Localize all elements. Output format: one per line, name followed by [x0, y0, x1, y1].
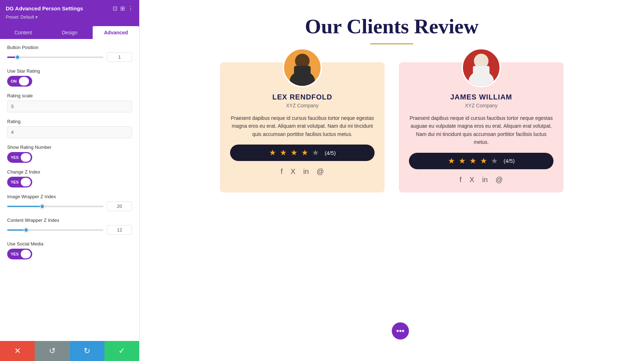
panel-title: DG Advanced Person Settings: [6, 5, 109, 11]
tab-content[interactable]: Content: [0, 26, 47, 39]
instagram-icon-1[interactable]: @: [317, 167, 324, 176]
preset-label[interactable]: Preset: Default ▾: [6, 15, 38, 23]
image-wrapper-z-index-group: Image Wrapper Z Index: [7, 194, 132, 211]
image-wrapper-z-index-label: Image Wrapper Z Index: [7, 194, 132, 199]
panel-body: Button Position Use Star Rating ON Ratin: [0, 39, 139, 341]
panel-header-icons: ⊡ ⊞ ⋮: [113, 5, 133, 12]
image-wrapper-z-index-fill: [7, 206, 43, 207]
use-star-rating-label: Use Star Rating: [7, 68, 132, 74]
content-wrapper-z-index-slider-row: [7, 225, 132, 235]
panel-header: DG Advanced Person Settings ⊡ ⊞ ⋮: [0, 0, 139, 15]
twitter-icon-2[interactable]: X: [469, 176, 474, 184]
image-wrapper-z-index-input[interactable]: [107, 201, 132, 211]
use-star-rating-toggle-row: ON: [7, 76, 132, 87]
star-1-4: ★: [301, 148, 308, 157]
reviewer-name-2: JAMES WILLIAM: [450, 93, 512, 101]
rating-input[interactable]: [7, 126, 132, 138]
reviewer-company-1: XYZ Company: [286, 103, 318, 108]
toggle-yes-label-3: YES: [11, 252, 19, 256]
content-wrapper-z-index-input[interactable]: [107, 225, 132, 235]
rating-scale-input[interactable]: [7, 101, 132, 112]
toggle-knob-4: [21, 250, 31, 258]
left-panel: DG Advanced Person Settings ⊡ ⊞ ⋮ Preset…: [0, 0, 140, 361]
show-rating-number-group: Show Rating Number YES: [7, 145, 132, 163]
tab-bar: Content Design Advanced: [0, 26, 139, 39]
toggle-knob-2: [21, 153, 31, 162]
reviewer-text-2: Praesent dapibus neque id cursus faucibu…: [409, 114, 553, 146]
undo-button[interactable]: ↺: [35, 341, 69, 361]
cards-row: LEX RENDFOLD XYZ Company Praesent dapibu…: [204, 62, 580, 192]
content-wrapper-z-index-group: Content Wrapper Z Index: [7, 218, 132, 235]
fab-icon: •••: [396, 326, 404, 336]
svg-rect-2: [294, 66, 311, 79]
cancel-button[interactable]: ✕: [0, 341, 35, 361]
reviewer-text-1: Praesent dapibus neque id cursus faucibu…: [230, 114, 375, 138]
use-star-rating-group: Use Star Rating ON: [7, 68, 132, 87]
linkedin-icon-1[interactable]: in: [303, 167, 309, 176]
star-2-4: ★: [480, 156, 487, 166]
avatar-svg-2: [463, 49, 499, 86]
show-rating-number-toggle[interactable]: YES: [7, 152, 32, 163]
responsive-icon[interactable]: ⊡: [113, 5, 117, 12]
change-z-index-label: Change Z Index: [7, 169, 132, 175]
avatar-svg-1: [284, 49, 321, 86]
image-wrapper-z-index-thumb[interactable]: [40, 204, 45, 209]
use-star-rating-toggle[interactable]: ON: [7, 76, 32, 87]
star-1-1: ★: [269, 148, 276, 157]
reviewer-name-1: LEX RENDFOLD: [272, 93, 332, 101]
confirm-icon: ✓: [118, 346, 125, 356]
star-1-3: ★: [291, 148, 298, 157]
rating-bar-1: ★ ★ ★ ★ ★ (4/5): [230, 145, 375, 161]
star-2-5: ★: [491, 156, 498, 166]
preset-row: Preset: Default ▾: [0, 15, 139, 26]
redo-button[interactable]: ↻: [70, 341, 104, 361]
star-2-1: ★: [448, 156, 455, 166]
use-social-media-label: Use Social Media: [7, 241, 132, 247]
content-wrapper-z-index-label: Content Wrapper Z Index: [7, 218, 132, 223]
facebook-icon-2[interactable]: f: [460, 176, 462, 184]
use-social-media-group: Use Social Media YES: [7, 241, 132, 259]
change-z-index-toggle[interactable]: YES: [7, 177, 32, 187]
button-position-track[interactable]: [7, 57, 103, 58]
fab-button[interactable]: •••: [392, 322, 409, 340]
rating-count-1: (4/5): [325, 150, 336, 156]
image-wrapper-z-index-slider-row: [7, 201, 132, 211]
tab-design[interactable]: Design: [47, 26, 93, 39]
button-position-input[interactable]: [107, 52, 132, 62]
change-z-index-group: Change Z Index YES: [7, 169, 132, 187]
facebook-icon-1[interactable]: f: [281, 167, 283, 176]
layout-icon[interactable]: ⊞: [120, 5, 125, 12]
content-wrapper-z-index-track[interactable]: [7, 229, 103, 231]
more-icon[interactable]: ⋮: [128, 5, 133, 12]
show-rating-number-label: Show Rating Number: [7, 145, 132, 150]
button-position-thumb[interactable]: [15, 55, 20, 60]
redo-icon: ↻: [84, 346, 90, 356]
content-wrapper-z-index-thumb[interactable]: [24, 228, 29, 233]
rating-bar-2: ★ ★ ★ ★ ★ (4/5): [409, 153, 553, 169]
undo-icon: ↺: [49, 346, 55, 356]
avatar-2: [462, 48, 501, 87]
rating-group: Rating: [7, 119, 132, 138]
star-1-2: ★: [280, 148, 287, 157]
star-2-2: ★: [459, 156, 466, 166]
twitter-icon-1[interactable]: X: [291, 167, 295, 176]
use-social-media-toggle[interactable]: YES: [7, 249, 32, 259]
rating-scale-label: Rating scale: [7, 93, 132, 98]
star-1-5: ★: [312, 148, 319, 157]
toggle-on-label: ON: [11, 79, 17, 83]
right-content: Our Clients Review LEX RENDFOLD XYZ Comp…: [140, 0, 644, 361]
rating-label: Rating: [7, 119, 132, 124]
toggle-yes-label-1: YES: [11, 155, 19, 160]
image-wrapper-z-index-track[interactable]: [7, 206, 103, 207]
star-2-3: ★: [469, 156, 477, 166]
show-rating-number-toggle-row: YES: [7, 152, 132, 163]
linkedin-icon-2[interactable]: in: [482, 176, 488, 184]
tab-advanced[interactable]: Advanced: [93, 26, 139, 39]
instagram-icon-2[interactable]: @: [496, 176, 503, 184]
bottom-bar: ✕ ↺ ↻ ✓: [0, 341, 139, 361]
use-social-media-toggle-row: YES: [7, 249, 132, 259]
reviewer-company-2: XYZ Company: [465, 103, 497, 108]
social-icons-2: f X in @: [460, 176, 503, 184]
confirm-button[interactable]: ✓: [104, 341, 139, 361]
section-title: Our Clients Review: [305, 14, 478, 38]
